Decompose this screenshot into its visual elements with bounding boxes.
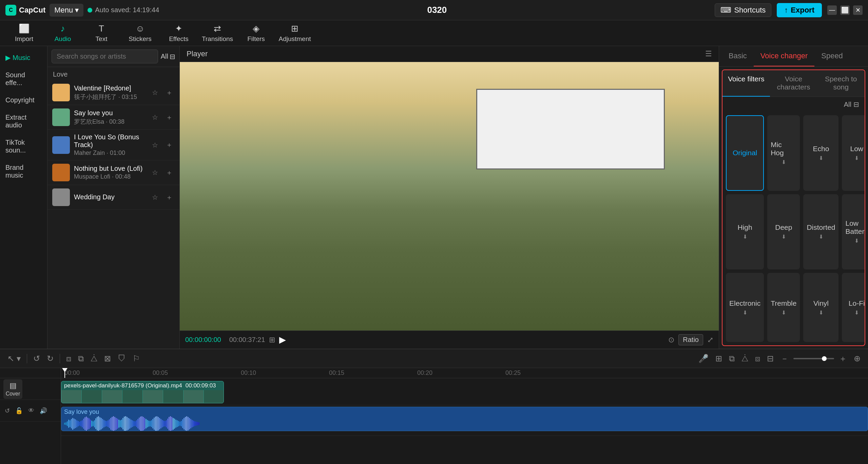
flag-button[interactable]: ⚐ [131, 352, 142, 365]
player-menu-button[interactable]: ☰ [705, 49, 712, 58]
split-button-2[interactable]: ⧉ [76, 352, 86, 365]
song-add-button[interactable]: ＋ [164, 140, 175, 150]
delete-button[interactable]: ⊠ [102, 352, 113, 365]
song-favorite-button[interactable]: ☆ [150, 192, 160, 203]
tool-text[interactable]: TText [83, 20, 120, 46]
redo-button[interactable]: ↻ [45, 352, 56, 365]
mic-button[interactable]: 🎤 [696, 352, 711, 365]
song-add-button[interactable]: ＋ [164, 87, 175, 98]
restore-button[interactable]: ⬜ [840, 5, 850, 15]
song-list-item[interactable]: Nothing but Love (Lofi) Muspace Lofi · 0… [47, 160, 179, 185]
tab-speed[interactable]: Speed [814, 46, 850, 66]
fullscreen-button[interactable]: ⤢ [707, 336, 713, 344]
zoom-slider[interactable] [793, 358, 834, 359]
play-button[interactable]: ▶ [279, 335, 286, 345]
tool-audio[interactable]: ♪Audio [44, 20, 81, 46]
sidebar-item-music[interactable]: ▶ Music [0, 49, 47, 66]
song-favorite-button[interactable]: ☆ [150, 112, 160, 123]
all-filter-button[interactable]: All ⊟ [161, 53, 175, 61]
wave-bar [113, 416, 114, 431]
split-button-3[interactable]: ⧊ [89, 352, 99, 365]
track-link-1-button[interactable]: ⊞ [713, 352, 724, 365]
song-meta: Maher Zain · 01:00 [74, 149, 146, 157]
minimize-button[interactable]: — [827, 5, 837, 15]
tool-adjustment[interactable]: ⊞Adjustment [276, 20, 313, 46]
timeline-view-button[interactable]: ⊞ [269, 336, 275, 344]
sidebar-item-brand-music[interactable]: Brand music [0, 159, 47, 184]
sidebar-item-copyright[interactable]: Copyright [0, 92, 47, 109]
song-add-button[interactable]: ＋ [164, 192, 175, 203]
zoom-in-button[interactable]: ＋ [837, 351, 849, 366]
protect-button[interactable]: ⛉ [116, 352, 128, 365]
fit-timeline-button[interactable]: ⊕ [852, 352, 863, 365]
sidebar-item-extract-audio[interactable]: Extract audio [0, 109, 47, 134]
song-add-button[interactable]: ＋ [164, 167, 175, 178]
voice-filter-deep[interactable]: Deep ⬇ [767, 194, 800, 270]
tool-effects[interactable]: ✦Effects [160, 20, 197, 46]
split-button-1[interactable]: ⧈ [64, 352, 73, 365]
track-volume-button[interactable]: 🔊 [38, 406, 49, 416]
playhead[interactable] [64, 368, 65, 378]
caption-button[interactable]: ⊟ [765, 352, 776, 365]
audio-clip[interactable]: Say love you [61, 407, 868, 431]
voice-filter-mic_hog[interactable]: Mic Hog ⬇ [767, 115, 800, 191]
voice-filter-high[interactable]: High ⬇ [726, 194, 764, 270]
sidebar-item-tiktok[interactable]: TikTok soun... [0, 134, 47, 159]
track-visibility-button[interactable]: 👁 [27, 406, 36, 416]
track-lock-button[interactable]: 🔓 [14, 406, 24, 416]
select-tool-button[interactable]: ↖ ▾ [5, 352, 23, 365]
wave-bar [146, 419, 147, 428]
voice-filter-distorted[interactable]: Distorted ⬇ [803, 194, 838, 270]
wave-bar [101, 418, 102, 429]
sidebar-item-sound-effects[interactable]: Sound effe... [0, 66, 47, 92]
search-input[interactable] [52, 49, 158, 63]
tool-stickers[interactable]: ☺Stickers [121, 20, 159, 46]
undo-button[interactable]: ↺ [31, 352, 42, 365]
tool-filters[interactable]: ◈Filters [237, 20, 275, 46]
voice-filter-echo[interactable]: Echo ⬇ [803, 115, 838, 191]
song-add-button[interactable]: ＋ [164, 112, 175, 123]
track-link-4-button[interactable]: ⧇ [753, 352, 762, 365]
audio-search-bar: All ⊟ [47, 46, 179, 67]
voice-sub-tab-speech[interactable]: Speech to song [817, 70, 865, 97]
voice-filter-electronic[interactable]: Electronic ⬇ [726, 273, 764, 342]
zoom-handle[interactable] [822, 356, 827, 361]
keyboard-icon: ⌨ [720, 6, 731, 15]
adjustment-icon: ⊞ [291, 23, 298, 34]
song-favorite-button[interactable]: ☆ [150, 87, 160, 98]
shortcuts-button[interactable]: ⌨ Shortcuts [715, 3, 771, 17]
wave-bar [86, 417, 87, 431]
song-list-item[interactable]: Valentine [Redone] 筷子小姐拜托了 · 03:15 ☆ ＋ [47, 80, 179, 105]
tool-transitions[interactable]: ⇄Transitions [199, 20, 236, 46]
song-meta: 罗艺欣Elsa · 00:38 [74, 118, 146, 126]
voice-filter-tremble[interactable]: Tremble ⬇ [767, 273, 800, 342]
voice-filter-original[interactable]: Original [726, 115, 764, 191]
zoom-out-button[interactable]: － [778, 351, 791, 366]
song-list-item[interactable]: Wedding Day ☆ ＋ [47, 185, 179, 210]
export-button[interactable]: ↑ Export [777, 3, 822, 17]
tab-voice-changer[interactable]: Voice changer [754, 46, 814, 66]
song-favorite-button[interactable]: ☆ [150, 140, 160, 150]
track-loop-button[interactable]: ↺ [3, 406, 11, 416]
voice-filter-vinyl[interactable]: Vinyl ⬇ [803, 273, 838, 342]
close-button[interactable]: ✕ [853, 5, 863, 15]
screenshot-button[interactable]: ⊙ [668, 336, 674, 344]
ratio-button[interactable]: Ratio [678, 334, 703, 345]
song-favorite-button[interactable]: ☆ [150, 167, 160, 178]
tool-import[interactable]: ⬜Import [5, 20, 43, 46]
voice-filter-low_battery[interactable]: Low Battery ⬇ [842, 194, 865, 270]
video-clip[interactable]: pexels-pavel-danilyuk-8716579 (Original)… [61, 381, 224, 403]
menu-button[interactable]: Menu ▾ [50, 4, 83, 17]
player-controls: 00:00:00:00 00:00:37:21 ⊞ ▶ ⊙ Ratio ⤢ [180, 330, 719, 349]
voice-sub-tab-characters[interactable]: Voice characters [770, 70, 817, 97]
voice-filter-lo_fi[interactable]: Lo-Fi ⬇ [842, 273, 865, 342]
cover-button[interactable]: ▤ Cover [3, 379, 22, 399]
track-link-2-button[interactable]: ⧉ [727, 352, 737, 365]
voice-sub-tab-filters[interactable]: Voice filters [722, 70, 770, 97]
wave-bar [136, 420, 137, 427]
voice-filter-low[interactable]: Low ⬇ [842, 115, 865, 191]
track-link-3-button[interactable]: ⧊ [739, 352, 750, 365]
tab-basic[interactable]: Basic [722, 46, 754, 66]
song-list-item[interactable]: I Love You So (Bonus Track) Maher Zain ·… [47, 130, 179, 160]
song-list-item[interactable]: Say love you 罗艺欣Elsa · 00:38 ☆ ＋ [47, 105, 179, 130]
